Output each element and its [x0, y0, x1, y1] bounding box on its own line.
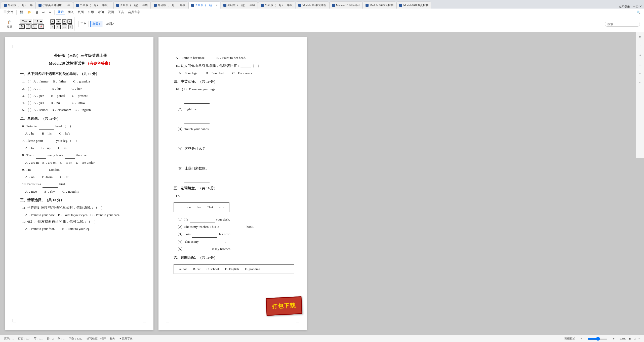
corner-tl-2: [166, 45, 169, 48]
blank-q10: [43, 181, 58, 187]
tab-label-9: Module 10 单元随析: [302, 3, 326, 7]
login-button[interactable]: 立即登录: [619, 5, 630, 9]
tab-close-6[interactable]: ✕: [216, 4, 218, 7]
print-btn[interactable]: 🖨: [34, 10, 40, 15]
corner-tr-1: [143, 45, 146, 48]
underline-btn[interactable]: U: [31, 24, 37, 29]
tab-controls: 立即登录 ─ □ ✕: [619, 5, 644, 9]
align-center-btn[interactable]: ☰: [56, 19, 61, 24]
right-panel-btn-4[interactable]: ☰: [637, 61, 643, 67]
wb-3: her: [197, 204, 201, 210]
font-row: 宋体 12: [20, 19, 43, 24]
tab-3[interactable]: 外研版（三起）三年级三: [73, 2, 113, 9]
tab-4[interactable]: 外研版（三起）三年级: [113, 2, 151, 9]
tab-7[interactable]: 外研版（三起）三年级: [221, 2, 258, 9]
q16-2: （2）Eight feet: [174, 106, 294, 112]
tab-12[interactable]: Module10画像点检利: [396, 2, 431, 9]
open-btn[interactable]: 📂: [26, 10, 33, 15]
italic-btn[interactable]: I: [26, 24, 30, 29]
q11-opt-a: A．Point to your nose.: [25, 213, 56, 217]
q1: 1. （ ）A．farmer B．father C．grandpa: [20, 78, 141, 84]
undo-btn[interactable]: ↩: [41, 10, 46, 15]
align-justify-btn[interactable]: ≡: [67, 19, 72, 24]
format-row: B I U A: [19, 24, 44, 29]
start-tab[interactable]: 开始: [56, 10, 65, 15]
q11: 11. 当你想让同学指向他的耳朵时，你应该说：（ ）: [20, 205, 141, 211]
right-panel-btn-2[interactable]: ↕: [637, 43, 643, 49]
align-left-btn[interactable]: ≡: [50, 19, 55, 24]
maximize-button[interactable]: □: [636, 5, 638, 9]
right-panel-btn-1[interactable]: ⊕: [637, 34, 643, 40]
tab-8[interactable]: 外研版（三起）三年级: [258, 2, 295, 9]
heading2-style[interactable]: 标题2: [104, 21, 116, 27]
q17-5: （5） is my brother.: [174, 246, 294, 252]
blank-q6: [39, 123, 54, 130]
tab-6-active[interactable]: 外研版（三起三 ✕: [188, 2, 220, 9]
normal-style[interactable]: 正文: [78, 21, 89, 27]
bold-btn[interactable]: B: [19, 24, 25, 29]
tab-10[interactable]: Module 10 段练习习: [329, 2, 363, 9]
q11-options: A．Point to your nose. B．Point to your ey…: [20, 212, 141, 218]
search-btn[interactable]: 🔍: [635, 10, 642, 15]
zoom-out-btn[interactable]: －: [578, 336, 584, 341]
page-tab[interactable]: 页面: [76, 10, 85, 15]
view-btn-2[interactable]: □: [634, 337, 635, 340]
q9: 9. I'm London .: [20, 167, 141, 173]
q17-num: 17.: [174, 193, 294, 199]
member-tab[interactable]: 会员专享: [127, 10, 142, 15]
status-right: 黄褪模式 － ＋ 130% ■ □ ≡: [564, 336, 640, 341]
style-row: 正文 标题1 标题2: [78, 21, 116, 27]
tools-tab[interactable]: 工具: [116, 10, 126, 15]
indent-row: ⇥ ⇤ ☷ ↕: [50, 24, 72, 29]
font-family-select[interactable]: 宋体: [20, 19, 32, 24]
paste-btn[interactable]: 📋 粘贴: [6, 19, 13, 29]
zoom-in-btn[interactable]: ＋: [611, 336, 617, 341]
align-right-btn[interactable]: ≡: [62, 19, 67, 24]
tab-2[interactable]: 小学英语外研版（三年: [36, 2, 73, 9]
tab-11[interactable]: Module 10 综合检测: [363, 2, 396, 9]
heading1-style[interactable]: 标题1: [90, 21, 102, 27]
zoom-slider[interactable]: [587, 337, 608, 341]
spacing-btn[interactable]: ↕: [68, 24, 72, 29]
q17-3: （3）Point his nose.: [174, 231, 294, 237]
file-menu[interactable]: ☰ 文件: [2, 10, 15, 15]
indent-btn[interactable]: ⇥: [50, 24, 55, 29]
outdent-btn[interactable]: ⇤: [56, 24, 61, 29]
q8-opt-b: B．are on: [42, 160, 56, 166]
tab-9[interactable]: Module 10 单元随析: [296, 2, 329, 9]
drag-handle-1[interactable]: ⠿: [8, 181, 9, 186]
q12-opt-a: A．Point to your foot.: [25, 227, 55, 231]
close-button[interactable]: ✕: [639, 5, 642, 9]
download-stamp[interactable]: 打包下载: [266, 296, 302, 316]
view-btn-1[interactable]: ■: [629, 337, 631, 340]
q3: 3. （ ）A．pen B．pencil C．present: [20, 93, 141, 99]
q10: 10. Parrot is a bird.: [20, 181, 141, 187]
save-btn[interactable]: 💾: [18, 10, 25, 15]
minimize-button[interactable]: ─: [633, 5, 635, 9]
review-tab[interactable]: 审阅: [96, 10, 105, 15]
wb-2: on: [187, 204, 191, 210]
insert-tab[interactable]: 插入: [66, 10, 75, 15]
mb-3: C. school: [207, 266, 219, 272]
tab-icon-8: [261, 4, 264, 7]
q16-4: （4）这些是什么？: [174, 146, 294, 152]
ribbon-search-input[interactable]: [605, 22, 640, 27]
q17-1: （1）It's your desk.: [174, 217, 294, 223]
q17-4: （4）This is my .: [174, 239, 294, 245]
corner-bl-2: [166, 319, 169, 322]
view-btn-3[interactable]: ≡: [638, 337, 640, 340]
reference-tab[interactable]: 引用: [86, 10, 95, 15]
q16-2-blank: [184, 117, 294, 123]
font-size-select[interactable]: 12: [33, 19, 43, 24]
list-btn[interactable]: ☷: [62, 24, 67, 29]
right-panel-btn-6[interactable]: ···: [637, 79, 643, 86]
tab-5[interactable]: 外研版（三起）三年级: [151, 2, 188, 9]
right-panel-btn-5[interactable]: ○: [637, 70, 643, 76]
view-tab[interactable]: 视图: [106, 10, 115, 15]
new-tab-button[interactable]: ＋: [431, 2, 438, 9]
redo-btn[interactable]: ↪: [47, 10, 53, 15]
color-btn[interactable]: A: [38, 24, 44, 29]
tab-1[interactable]: 外研版（三起）三年: [1, 2, 35, 9]
right-panel-btn-3[interactable]: ✦: [637, 52, 643, 58]
section4-title: 四、中英互译。（共 10 分）: [174, 79, 294, 85]
